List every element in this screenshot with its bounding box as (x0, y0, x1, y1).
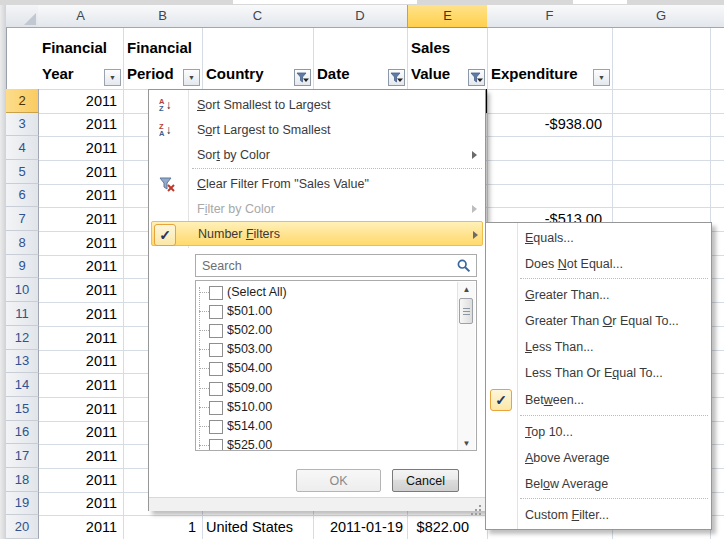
filter-value-row-partial[interactable] (196, 449, 446, 451)
menu-item-clear-filter-from-sales-value[interactable]: Clear Filter From "Sales Value" (149, 171, 485, 196)
menu-item-filter-by-color[interactable]: Filter by Color (149, 196, 485, 221)
value-checkbox[interactable] (209, 382, 223, 396)
cell-a18[interactable]: 2011 (38, 468, 123, 492)
row-header-16[interactable]: 16 (6, 421, 39, 444)
menu-item-custom-filter[interactable]: Custom Filter... (486, 502, 711, 528)
cell-a4[interactable]: 2011 (38, 136, 123, 160)
filter-value-row[interactable]: $504.00 (196, 361, 446, 380)
row-header-13[interactable]: 13 (6, 350, 39, 373)
cell-a19[interactable]: 2011 (38, 492, 123, 515)
row-header-15[interactable]: 15 (6, 397, 39, 421)
value-checkbox[interactable] (209, 324, 223, 338)
menu-item-less-than-or-equal-to[interactable]: Less Than Or Equal To... (486, 360, 711, 386)
cell-a10[interactable]: 2011 (38, 278, 123, 302)
row-header-3[interactable]: 3 (6, 113, 39, 136)
row-header-12[interactable]: 12 (6, 326, 39, 350)
column-header-d[interactable]: D (313, 5, 408, 28)
row-header-6[interactable]: 6 (6, 184, 39, 207)
row-header-4[interactable]: 4 (6, 136, 39, 160)
cell-a16[interactable]: 2011 (38, 421, 123, 444)
filter-value-row[interactable]: $510.00 (196, 400, 446, 419)
filter-button-c[interactable] (294, 69, 311, 86)
cell-a11[interactable]: 2011 (38, 302, 123, 326)
value-checkbox[interactable] (209, 450, 223, 451)
column-header-partial[interactable] (710, 5, 724, 28)
resize-grip-strip[interactable] (149, 497, 485, 511)
row-header-17[interactable]: 17 (6, 444, 39, 468)
row-header-20[interactable]: 20 (6, 515, 39, 539)
cell-a15[interactable]: 2011 (38, 397, 123, 421)
value-checkbox[interactable] (209, 343, 223, 357)
cell-c20[interactable]: United States (202, 515, 313, 539)
row-header-2[interactable]: 2 (6, 89, 39, 113)
menu-item-below-average[interactable]: Below Average (486, 471, 711, 497)
menu-item-less-than[interactable]: Less Than... (486, 334, 711, 360)
menu-item-sort-largest-to-smallest[interactable]: ZA↓Sort Largest to Smallest (149, 117, 485, 142)
cell-a13[interactable]: 2011 (38, 350, 123, 373)
filter-value-row[interactable]: $502.00 (196, 323, 446, 342)
scroll-down-icon[interactable]: ▼ (458, 436, 475, 451)
value-checkbox[interactable] (209, 362, 223, 376)
cell-a20[interactable]: 2011 (38, 515, 123, 539)
cell-a9[interactable]: 2011 (38, 255, 123, 278)
filter-value-row[interactable]: $509.00 (196, 381, 446, 400)
ok-button[interactable]: OK (296, 469, 381, 492)
value-checkbox[interactable] (209, 286, 223, 300)
menu-item-between[interactable]: ✓Between... (486, 387, 711, 413)
menu-item-equals[interactable]: Equals... (486, 225, 711, 251)
cell-e20[interactable]: $822.00 (407, 515, 487, 539)
scrollbar-thumb[interactable] (459, 298, 473, 324)
column-header-e[interactable]: E (407, 5, 488, 28)
row-header-7[interactable]: 7 (6, 207, 39, 231)
row-header-9[interactable]: 9 (6, 255, 39, 278)
row-header-5[interactable]: 5 (6, 160, 39, 184)
row-header-19[interactable]: 19 (6, 492, 39, 515)
filter-button-e[interactable] (468, 69, 485, 86)
cell-a17[interactable]: 2011 (38, 444, 123, 468)
cell-a6[interactable]: 2011 (38, 184, 123, 207)
menu-item-does-not-equal[interactable]: Does Not Equal... (486, 251, 711, 277)
filter-button-f[interactable]: ▼ (593, 69, 610, 86)
cell-a8[interactable]: 2011 (38, 231, 123, 255)
list-scrollbar[interactable]: ▲ ▼ (457, 282, 475, 451)
menu-item-number-filters[interactable]: ✓Number Filters (151, 221, 483, 246)
value-checkbox[interactable] (209, 305, 223, 319)
column-header-g[interactable]: G (612, 5, 711, 28)
filter-value-row[interactable]: $503.00 (196, 342, 446, 361)
cell-f3[interactable]: -$938.00 (487, 113, 612, 136)
search-input[interactable] (196, 255, 456, 276)
menu-item-above-average[interactable]: Above Average (486, 445, 711, 471)
cell-d20[interactable]: 2011-01-19 (313, 515, 407, 539)
row-header-11[interactable]: 11 (6, 302, 39, 326)
column-header-f[interactable]: F (487, 5, 613, 28)
row-header-8[interactable]: 8 (6, 231, 39, 255)
cell-b20[interactable]: 1 (123, 515, 202, 539)
cell-a7[interactable]: 2011 (38, 207, 123, 231)
row-header-10[interactable]: 10 (6, 278, 39, 302)
filter-value-row[interactable]: (Select All) (196, 285, 446, 304)
cell-a3[interactable]: 2011 (38, 113, 123, 136)
cell-a5[interactable]: 2011 (38, 160, 123, 184)
select-all-corner[interactable] (6, 5, 39, 28)
filter-value-row[interactable]: $501.00 (196, 304, 446, 323)
value-checkbox[interactable] (209, 401, 223, 415)
column-header-b[interactable]: B (123, 5, 203, 28)
menu-item-sort-smallest-to-largest[interactable]: AZ↓Sort Smallest to Largest (149, 92, 485, 117)
cell-a12[interactable]: 2011 (38, 326, 123, 350)
filter-button-a[interactable]: ▼ (104, 69, 121, 86)
column-header-a[interactable]: A (38, 5, 124, 28)
menu-item-greater-than-or-equal-to[interactable]: Greater Than Or Equal To... (486, 308, 711, 334)
cancel-button[interactable]: Cancel (392, 469, 459, 492)
row-header-18[interactable]: 18 (6, 468, 39, 492)
column-header-c[interactable]: C (202, 5, 314, 28)
cell-a14[interactable]: 2011 (38, 373, 123, 397)
menu-item-sort-by-color[interactable]: Sort by Color (149, 142, 485, 167)
filter-button-b[interactable]: ▼ (183, 69, 200, 86)
filter-value-row[interactable]: $514.00 (196, 419, 446, 438)
cell-a2[interactable]: 2011 (38, 89, 123, 113)
menu-item-greater-than[interactable]: Greater Than... (486, 282, 711, 308)
menu-item-top-10[interactable]: Top 10... (486, 419, 711, 445)
scroll-up-icon[interactable]: ▲ (458, 282, 475, 297)
filter-button-d[interactable] (388, 69, 405, 86)
row-header-14[interactable]: 14 (6, 373, 39, 397)
